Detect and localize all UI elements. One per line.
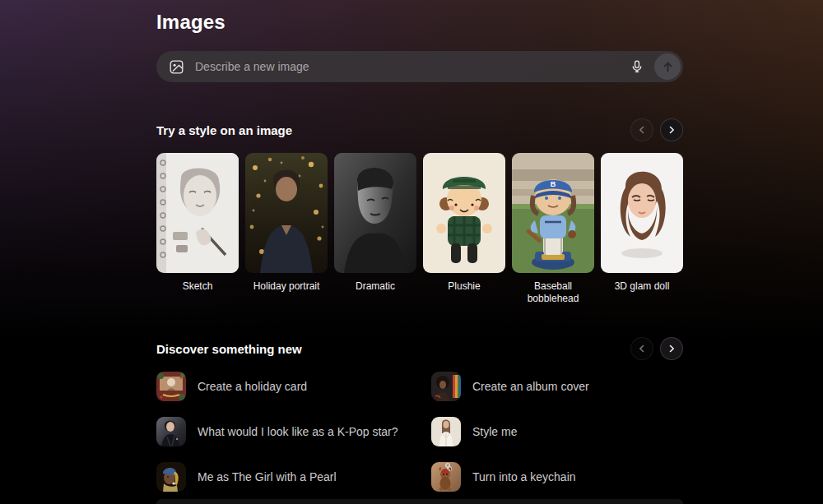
style-card-label: Holiday portrait (245, 280, 328, 293)
discover-item-label: Style me (472, 425, 517, 438)
discover-item-label: Turn into a keychain (472, 470, 576, 483)
discover-item-label: Me as The Girl with a Pearl (198, 470, 337, 483)
discover-item-label: Create a holiday card (198, 380, 307, 393)
style-card-3d-glam-doll-image (601, 153, 683, 273)
next-section-top-edge (156, 499, 683, 504)
discover-item-label: What would I look like as a K-Pop star? (198, 425, 398, 438)
style-card-3d-glam-doll[interactable]: 3D glam doll (601, 153, 683, 305)
style-card-label: Sketch (156, 280, 239, 293)
chevron-left-icon (638, 344, 646, 353)
discover-next-button[interactable] (660, 337, 683, 360)
album-cover-thumbnail (431, 372, 461, 401)
microphone-icon (630, 60, 644, 73)
image-prompt-bar[interactable] (156, 51, 683, 82)
discover-item-style-me[interactable]: Style me (431, 417, 683, 446)
style-card-plushie[interactable]: Plushie (423, 153, 505, 305)
images-page: Images Try a style on an image (156, 11, 683, 492)
styles-next-button[interactable] (660, 118, 683, 141)
discover-item-girl-with-pearl[interactable]: Me as The Girl with a Pearl (156, 462, 431, 492)
prompt-input[interactable] (195, 60, 625, 73)
style-card-baseball-bobblehead-image: B (512, 153, 594, 273)
style-card-dramatic[interactable]: Dramatic (334, 153, 416, 305)
style-card-dramatic-image (334, 153, 416, 273)
style-card-label: Dramatic (334, 280, 416, 293)
chevron-right-icon (667, 126, 676, 134)
svg-text:B: B (551, 180, 556, 188)
discover-item-label: Create an album cover (472, 380, 589, 393)
discover-item-album-cover[interactable]: Create an album cover (431, 372, 683, 401)
styles-prev-button[interactable] (630, 118, 653, 141)
chevron-left-icon (638, 126, 646, 134)
style-me-thumbnail (431, 417, 461, 446)
discover-items-grid: Create a holiday card What would I look … (156, 372, 683, 492)
discover-item-holiday-card[interactable]: Create a holiday card (156, 372, 431, 401)
style-card-plushie-image (423, 153, 505, 273)
kpop-star-thumbnail (156, 417, 186, 446)
arrow-up-icon (662, 61, 674, 73)
chevron-right-icon (667, 344, 676, 353)
discover-item-keychain[interactable]: Turn into a keychain (431, 462, 683, 492)
microphone-button[interactable] (625, 54, 649, 79)
style-card-label: Plushie (423, 280, 505, 293)
style-cards-row: Sketch (156, 153, 683, 305)
discover-section-header: Discover something new (156, 337, 683, 360)
holiday-card-thumbnail (156, 372, 186, 401)
styles-section-header: Try a style on an image (156, 118, 683, 141)
discover-prev-button[interactable] (630, 337, 653, 360)
discover-carousel-nav (630, 337, 683, 360)
image-icon[interactable] (170, 60, 184, 74)
page-title: Images (156, 11, 683, 34)
style-card-label: Baseball bobblehead (512, 280, 594, 305)
style-card-holiday-portrait-image (245, 153, 328, 273)
discover-section-title: Discover something new (156, 342, 302, 356)
styles-section-title: Try a style on an image (156, 123, 292, 137)
keychain-thumbnail (431, 462, 461, 492)
style-card-sketch[interactable]: Sketch (156, 153, 239, 305)
girl-with-pearl-thumbnail (156, 462, 186, 492)
style-card-baseball-bobblehead[interactable]: B Baseball bobblehead (512, 153, 594, 305)
styles-carousel-nav (630, 118, 683, 141)
style-card-label: 3D glam doll (601, 280, 683, 293)
style-card-holiday-portrait[interactable]: Holiday portrait (245, 153, 328, 305)
send-button[interactable] (654, 53, 681, 80)
discover-item-kpop-star[interactable]: What would I look like as a K-Pop star? (156, 417, 431, 446)
style-card-sketch-image (156, 153, 239, 273)
